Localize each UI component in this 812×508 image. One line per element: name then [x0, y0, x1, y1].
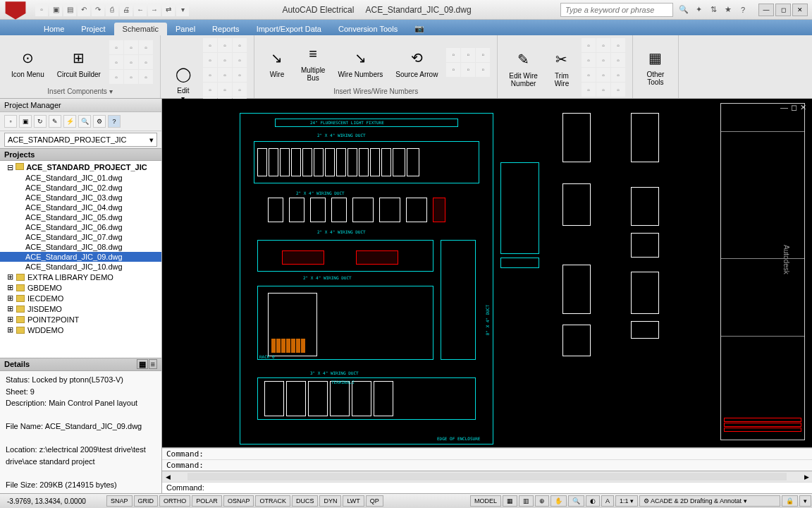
qat-undo-icon[interactable]: ↶	[78, 4, 90, 16]
status-toggle-lwt[interactable]: LWT	[343, 495, 364, 507]
multiple-button[interactable]: ≡MultipleBus	[297, 41, 329, 83]
tab-output[interactable]: 📷	[406, 22, 433, 35]
ribbon-small-button[interactable]: ▫	[203, 68, 217, 82]
ribbon-small-button[interactable]: ▫	[203, 83, 217, 97]
ribbon-small-button[interactable]: ▫	[203, 38, 217, 52]
pm-publish-icon[interactable]: ✎	[49, 115, 61, 128]
pm-open-icon[interactable]: ▣	[19, 115, 32, 128]
pan-icon[interactable]: ✋	[550, 495, 567, 507]
ribbon-small-button[interactable]: ▫	[218, 83, 232, 97]
search-input[interactable]	[560, 3, 673, 17]
scroll-right-icon[interactable]: ▶	[801, 471, 812, 482]
tab-project[interactable]: Project	[73, 23, 113, 35]
ribbon-small-button[interactable]: ▫	[446, 48, 460, 62]
tree-folder[interactable]: ⊞ WDDEMO	[0, 325, 161, 335]
minimize-button[interactable]: —	[758, 4, 774, 16]
source-arrow-button[interactable]: ⟲Source Arrow	[391, 45, 442, 80]
ribbon-small-button[interactable]: ▫	[218, 53, 232, 67]
close-button[interactable]: ✕	[792, 4, 808, 16]
layout2-icon[interactable]: ▥	[519, 495, 534, 507]
command-input[interactable]: Command:	[162, 482, 812, 493]
qat-dropdown-icon[interactable]: ▾	[176, 4, 189, 16]
qat-next-icon[interactable]: →	[148, 4, 161, 16]
viewport[interactable]: — ◻ ✕ 24" FLUORESCENT LIGHT FIXTURE 2" X…	[162, 99, 812, 447]
comm-icon[interactable]: ⇅	[707, 4, 720, 16]
ribbon-group-label[interactable]: Insert Components ▾	[7, 86, 153, 95]
ribbon-small-button[interactable]: ▫	[109, 55, 123, 69]
ribbon-small-button[interactable]: ▫	[461, 63, 475, 77]
tray-icon[interactable]: ▾	[799, 495, 811, 507]
tree-folder[interactable]: ⊞ GBDEMO	[0, 282, 161, 293]
model-space-button[interactable]: MODEL	[470, 495, 501, 507]
ribbon-small-button[interactable]: ▫	[139, 40, 153, 54]
tools-icon[interactable]: ✦	[692, 4, 705, 16]
ribbon-small-button[interactable]: ▫	[446, 63, 460, 77]
tree-folder[interactable]: ⊞ EXTRA LIBRARY DEMO	[0, 272, 161, 282]
project-tree[interactable]: ⊟ ACE_STANDARD_PROJECT_JICACE_Standard_J…	[0, 161, 161, 358]
ribbon-small-button[interactable]: ▫	[611, 53, 625, 67]
status-toggle-ortho[interactable]: ORTHO	[159, 495, 190, 507]
ribbon-small-button[interactable]: ▫	[596, 83, 610, 97]
ribbon-small-button[interactable]: ▫	[109, 40, 123, 54]
drawing-area[interactable]: — ◻ ✕ 24" FLUORESCENT LIGHT FIXTURE 2" X…	[162, 99, 812, 493]
layout-icon[interactable]: ▦	[503, 495, 517, 507]
scroll-left-icon[interactable]: ◀	[162, 471, 173, 482]
binoculars-icon[interactable]: 🔍	[677, 4, 690, 16]
annotation-icon[interactable]: A	[601, 495, 614, 507]
ribbon-small-button[interactable]: ▫	[611, 83, 625, 97]
wire-button[interactable]: ↘Wire	[262, 45, 293, 80]
lock-icon[interactable]: 🔒	[782, 495, 798, 507]
ribbon-small-button[interactable]: ▫	[611, 68, 625, 82]
ribbon-small-button[interactable]: ▫	[233, 38, 247, 52]
tab-conversion-tools[interactable]: Conversion Tools	[330, 23, 406, 35]
tab-schematic[interactable]: Schematic	[114, 23, 167, 35]
tree-file[interactable]: ACE_Standard_JIC_05.dwg	[0, 212, 161, 222]
ribbon-small-button[interactable]: ▫	[476, 48, 490, 62]
details-view1-icon[interactable]: ▦	[137, 359, 148, 369]
ribbon-small-button[interactable]: ▫	[582, 38, 596, 52]
tree-file[interactable]: ACE_Standard_JIC_07.dwg	[0, 232, 161, 242]
tree-folder[interactable]: ⊞ JISDEMO	[0, 303, 161, 314]
tree-file[interactable]: ACE_Standard_JIC_10.dwg	[0, 262, 161, 272]
scale-icon[interactable]: 1:1 ▾	[615, 495, 638, 507]
ribbon-small-button[interactable]: ▫	[596, 38, 610, 52]
pm-settings-icon[interactable]: ⚙	[93, 115, 106, 128]
status-toggle-polar[interactable]: POLAR	[192, 495, 222, 507]
ribbon-small-button[interactable]: ▫	[109, 70, 123, 84]
status-toggle-snap[interactable]: SNAP	[106, 495, 133, 507]
tree-file[interactable]: ACE_Standard_JIC_02.dwg	[0, 183, 161, 193]
details-view2-icon[interactable]: ≡	[149, 359, 157, 369]
tree-file[interactable]: ACE_Standard_JIC_01.dwg	[0, 173, 161, 183]
pm-projects-header[interactable]: Projects	[0, 148, 161, 161]
ribbon-small-button[interactable]: ▫	[582, 83, 596, 97]
qat-new-icon[interactable]: ▫	[35, 4, 48, 16]
ribbon-small-button[interactable]: ▫	[218, 68, 232, 82]
edit-wire-button[interactable]: ✎Edit WireNumber	[505, 47, 542, 89]
tree-folder[interactable]: ⊞ IECDEMO	[0, 293, 161, 303]
status-toggle-dyn[interactable]: DYN	[319, 495, 341, 507]
qat-prev-icon[interactable]: ←	[134, 4, 147, 16]
tab-import-export-data[interactable]: Import/Export Data	[248, 23, 330, 35]
tree-file[interactable]: ACE_Standard_JIC_03.dwg	[0, 193, 161, 202]
qat-project-icon[interactable]: ⇄	[162, 4, 175, 16]
ribbon-small-button[interactable]: ▫	[582, 68, 596, 82]
tree-file[interactable]: ACE_Standard_JIC_04.dwg	[0, 202, 161, 212]
zoom-icon[interactable]: 🔍	[568, 495, 584, 507]
star-icon[interactable]: ★	[722, 4, 734, 16]
ribbon-small-button[interactable]: ▫	[461, 48, 475, 62]
ribbon-small-button[interactable]: ▫	[139, 70, 153, 84]
status-toggle-otrack[interactable]: OTRACK	[255, 495, 290, 507]
ribbon-small-button[interactable]: ▫	[124, 40, 138, 54]
status-toggle-grid[interactable]: GRID	[134, 495, 159, 507]
tree-project-root[interactable]: ⊟ ACE_STANDARD_PROJECT_JIC	[0, 162, 161, 173]
workspace-combo[interactable]: ⚙ ACADE & 2D Drafting & Annotat ▾	[639, 495, 780, 507]
pm-new-icon[interactable]: ▫	[4, 115, 17, 128]
status-toggle-qp[interactable]: QP	[366, 495, 383, 507]
qat-plot-icon[interactable]: ⎙	[106, 4, 118, 16]
steering-icon[interactable]: ◐	[586, 495, 600, 507]
maximize-button[interactable]: ◻	[775, 4, 791, 16]
icon-menu-button[interactable]: ⊙Icon Menu	[7, 45, 49, 80]
ribbon-small-button[interactable]: ▫	[582, 53, 596, 67]
tree-folder[interactable]: ⊞ POINT2POINT	[0, 314, 161, 325]
ribbon-small-button[interactable]: ▫	[233, 53, 247, 67]
